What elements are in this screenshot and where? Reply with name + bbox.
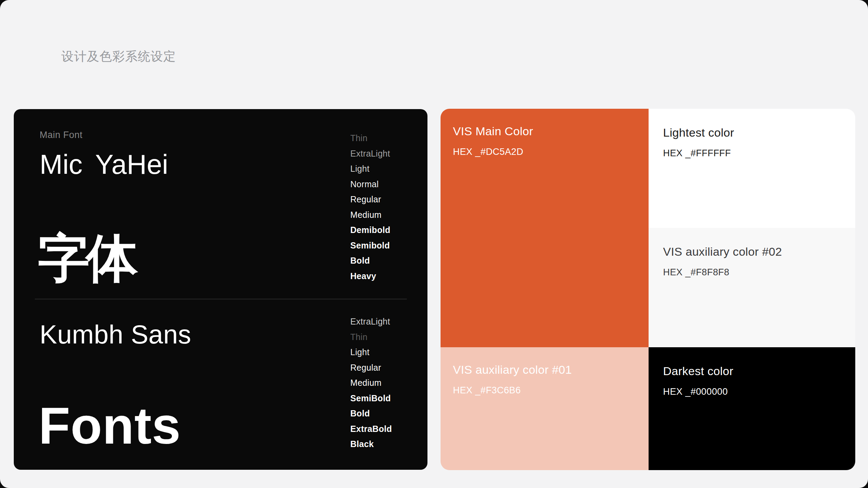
primary-font-weight-list: Thin ExtraLight Light Normal Regular Med… [350,130,430,284]
font-weight-item: ExtraLight [350,146,430,161]
font-weight-item: Light [350,161,430,177]
secondary-font-weight-list: ExtraLight Thin Light Regular Medium Sem… [350,314,430,452]
primary-font-name: Mic YaHei [40,149,168,180]
main-font-label: Main Font [40,130,83,140]
font-weight-item: Thin [350,130,430,146]
swatch-auxiliary-color-01: VIS auxiliary color #01 HEX _#F3C6B6 [441,347,649,470]
swatch-hex-value: HEX _#000000 [663,386,845,397]
font-specimen-card: Main Font Mic YaHei 字体 Thin ExtraLight L… [14,109,427,470]
font-weight-item: Black [350,436,430,452]
font-weight-item: Thin [350,329,430,345]
swatch-auxiliary-color-02: VIS auxiliary color #02 HEX _#F8F8F8 [649,228,855,347]
font-weight-item: Bold [350,253,430,268]
swatch-title: VIS auxiliary color #02 [663,244,845,259]
font-weight-item: Bold [350,406,430,421]
font-weight-item: Semibold [350,238,430,253]
font-weight-item: Heavy [350,268,430,284]
font-weight-item: Medium [350,207,430,223]
font-weight-item: Normal [350,177,430,192]
swatch-hex-value: HEX _#FFFFFF [663,148,845,159]
font-weight-item: Regular [350,360,430,375]
page-title: 设计及色彩系统设定 [61,48,176,65]
font-weight-item: Demibold [350,222,430,238]
design-system-page: 设计及色彩系统设定 Main Font Mic YaHei 字体 Thin Ex… [0,0,868,488]
divider [35,299,407,299]
swatch-hex-value: HEX _#F3C6B6 [453,385,638,396]
font-weight-item: ExtraBold [350,421,430,437]
swatch-title: VIS auxiliary color #01 [453,362,638,377]
primary-font-specimen-cjk: 字体 [38,232,134,284]
swatch-title: Darkest color [663,364,845,378]
secondary-font-specimen: Fonts [39,400,181,452]
swatch-darkest-color: Darkest color HEX _#000000 [649,347,855,470]
secondary-font-name: Kumbh Sans [40,319,191,349]
swatch-title: Lightest color [663,125,845,140]
font-weight-item: Medium [350,375,430,391]
font-weight-item: Regular [350,192,430,207]
swatch-hex-value: HEX _#F8F8F8 [663,267,845,278]
swatch-hex-value: HEX _#DC5A2D [453,147,638,157]
font-weight-item: ExtraLight [350,314,430,329]
swatch-lightest-color: Lightest color HEX _#FFFFFF [649,109,855,228]
swatch-title: VIS Main Color [453,124,638,138]
swatch-vis-main-color: VIS Main Color HEX _#DC5A2D [441,109,649,347]
font-weight-item: SemiBold [350,391,430,406]
font-weight-item: Light [350,344,430,360]
